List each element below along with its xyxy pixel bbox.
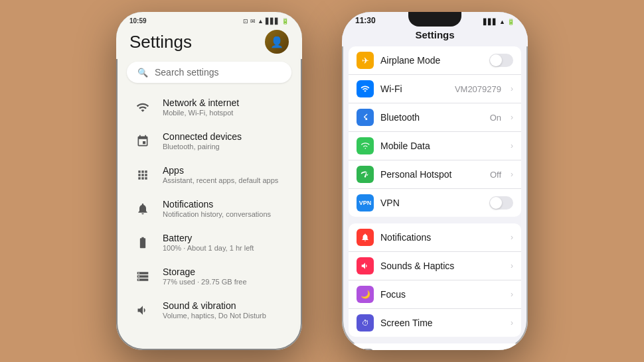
apps-title: Apps bbox=[163, 165, 285, 176]
android-search-bar[interactable]: 🔍 Search settings bbox=[127, 62, 291, 83]
ios-row-sounds[interactable]: Sounds & Haptics › bbox=[349, 252, 521, 280]
android-item-apps[interactable]: Apps Assistant, recent apps, default app… bbox=[120, 158, 298, 191]
notifications-label: Notifications bbox=[380, 232, 504, 243]
battery-icon bbox=[133, 233, 152, 252]
android-title: Settings bbox=[129, 32, 192, 52]
ios-row-focus[interactable]: 🌙 Focus › bbox=[349, 280, 521, 309]
android-phone: 10:59 ⊡ ✉ ▲ ▋▋▋ 🔋 Settings 👤 🔍 Search se… bbox=[116, 12, 302, 350]
focus-chevron: › bbox=[511, 290, 513, 299]
android-item-network[interactable]: Network & internet Mobile, Wi-Fi, hotspo… bbox=[120, 91, 298, 123]
apps-text: Apps Assistant, recent apps, default app… bbox=[163, 165, 285, 184]
airplane-icon: ✈ bbox=[357, 52, 374, 69]
vpn-label: VPN bbox=[380, 198, 483, 208]
ios-status-icons: ▋▋▋ ▲ 🔋 bbox=[483, 19, 515, 25]
storage-subtitle: 77% used · 29.75 GB free bbox=[163, 278, 285, 286]
sound-text: Sound & vibration Volume, haptics, Do No… bbox=[163, 300, 285, 320]
ios-section-notifications: Notifications › Sounds & Haptics › 🌙 Foc… bbox=[349, 223, 521, 337]
android-status-bar: 10:59 ⊡ ✉ ▲ ▋▋▋ 🔋 bbox=[116, 12, 302, 27]
airplane-label: Airplane Mode bbox=[380, 55, 483, 66]
screen-time-label: Screen Time bbox=[380, 318, 504, 328]
notifications-text: Notifications Notification history, conv… bbox=[163, 199, 285, 218]
network-title: Network & internet bbox=[163, 97, 285, 108]
connected-title: Connected devices bbox=[163, 131, 285, 142]
ios-header: Settings bbox=[342, 27, 528, 46]
sounds-icon bbox=[357, 257, 374, 274]
focus-label: Focus bbox=[380, 289, 504, 300]
android-status-icons: ⊡ ✉ ▲ ▋▋▋ 🔋 bbox=[243, 18, 289, 25]
android-time: 10:59 bbox=[129, 17, 147, 25]
sound-subtitle: Volume, haptics, Do Not Disturb bbox=[163, 312, 285, 320]
airplane-toggle[interactable] bbox=[489, 54, 513, 67]
connected-text: Connected devices Bluetooth, pairing bbox=[163, 131, 285, 151]
android-item-notifications[interactable]: Notifications Notification history, conv… bbox=[120, 192, 298, 225]
ios-row-airplane[interactable]: ✈ Airplane Mode bbox=[349, 46, 521, 75]
notifications-title: Notifications bbox=[163, 199, 285, 210]
general-icon bbox=[357, 349, 374, 350]
notifications-chevron: › bbox=[511, 233, 513, 242]
search-icon: 🔍 bbox=[137, 68, 148, 78]
ios-battery-icon: 🔋 bbox=[507, 19, 515, 25]
android-item-connected[interactable]: Connected devices Bluetooth, pairing bbox=[120, 125, 298, 157]
connected-subtitle: Bluetooth, pairing bbox=[163, 143, 285, 151]
wifi-value: VM2079279 bbox=[455, 84, 501, 94]
bluetooth-icon: ☇ bbox=[357, 109, 374, 126]
notifications-icon bbox=[133, 200, 152, 218]
storage-title: Storage bbox=[163, 267, 285, 277]
ios-row-screen-time[interactable]: ⏱ Screen Time › bbox=[349, 309, 521, 337]
apps-icon bbox=[133, 166, 152, 184]
android-item-storage[interactable]: Storage 77% used · 29.75 GB free bbox=[120, 260, 298, 292]
hotspot-chevron: › bbox=[511, 170, 513, 179]
ios-notch bbox=[408, 12, 461, 27]
battery-title: Battery bbox=[163, 233, 285, 243]
sounds-label: Sounds & Haptics bbox=[380, 261, 504, 271]
signal-icon: ▋▋▋ bbox=[266, 18, 280, 25]
mobile-data-chevron: › bbox=[511, 141, 513, 151]
ios-phone: 11:30 ▋▋▋ ▲ 🔋 Settings ✈ Airplane Mode bbox=[342, 12, 528, 350]
ios-wifi-icon: ▲ bbox=[499, 19, 505, 25]
vpn-toggle[interactable] bbox=[489, 196, 513, 210]
ios-row-wifi[interactable]: Wi-Fi VM2079279 › bbox=[349, 75, 521, 103]
ios-row-vpn[interactable]: VPN VPN bbox=[349, 189, 521, 217]
android-item-battery[interactable]: Battery 100% · About 1 day, 1 hr left bbox=[120, 226, 298, 259]
hotspot-label: Personal Hotspot bbox=[380, 169, 483, 180]
storage-icon bbox=[133, 267, 152, 286]
android-settings-list: Network & internet Mobile, Wi-Fi, hotspo… bbox=[116, 91, 302, 350]
network-subtitle: Mobile, Wi-Fi, hotspot bbox=[163, 109, 285, 117]
mobile-data-label: Mobile Data bbox=[380, 141, 504, 151]
apps-subtitle: Assistant, recent apps, default apps bbox=[163, 176, 285, 184]
screenshot-icon: ⊡ bbox=[243, 18, 248, 25]
storage-text: Storage 77% used · 29.75 GB free bbox=[163, 267, 285, 286]
android-header: Settings 👤 bbox=[116, 27, 302, 59]
ios-section-general: General › ⊞ Control Centre › Display & B… bbox=[349, 343, 521, 350]
ios-signal-icon: ▋▋▋ bbox=[483, 19, 497, 25]
android-search-placeholder: Search settings bbox=[155, 67, 219, 78]
bluetooth-value: On bbox=[490, 113, 501, 123]
network-icon bbox=[133, 98, 152, 117]
ios-row-notifications[interactable]: Notifications › bbox=[349, 223, 521, 252]
android-item-sound[interactable]: Sound & vibration Volume, haptics, Do No… bbox=[120, 294, 298, 326]
battery-icon: 🔋 bbox=[282, 18, 289, 25]
ios-row-mobile-data[interactable]: Mobile Data › bbox=[349, 132, 521, 160]
wifi-icon: ▲ bbox=[258, 18, 264, 25]
sounds-chevron: › bbox=[511, 261, 513, 271]
connected-icon bbox=[133, 132, 152, 151]
ios-section-connectivity: ✈ Airplane Mode Wi-Fi VM2079279 › ☇ Blue bbox=[349, 46, 521, 217]
chat-icon: ✉ bbox=[250, 18, 256, 25]
phones-container: 10:59 ⊡ ✉ ▲ ▋▋▋ 🔋 Settings 👤 🔍 Search se… bbox=[0, 0, 644, 362]
notifications-subtitle: Notification history, conversations bbox=[163, 210, 285, 218]
hotspot-value: Off bbox=[490, 170, 501, 180]
ios-notch-area: 11:30 ▋▋▋ ▲ 🔋 bbox=[342, 12, 528, 27]
avatar: 👤 bbox=[265, 30, 289, 54]
ios-row-general[interactable]: General › bbox=[349, 343, 521, 350]
wifi-icon bbox=[357, 80, 374, 97]
vpn-icon: VPN bbox=[357, 194, 374, 211]
ios-row-bluetooth[interactable]: ☇ Bluetooth On › bbox=[349, 103, 521, 132]
wifi-label: Wi-Fi bbox=[380, 84, 448, 94]
wifi-chevron: › bbox=[511, 84, 513, 93]
ios-time: 11:30 bbox=[355, 16, 376, 25]
battery-subtitle: 100% · About 1 day, 1 hr left bbox=[163, 244, 285, 252]
screen-time-icon: ⏱ bbox=[357, 314, 374, 332]
ios-row-hotspot[interactable]: Personal Hotspot Off › bbox=[349, 160, 521, 189]
mobile-data-icon bbox=[357, 137, 374, 154]
ios-title: Settings bbox=[415, 29, 454, 40]
